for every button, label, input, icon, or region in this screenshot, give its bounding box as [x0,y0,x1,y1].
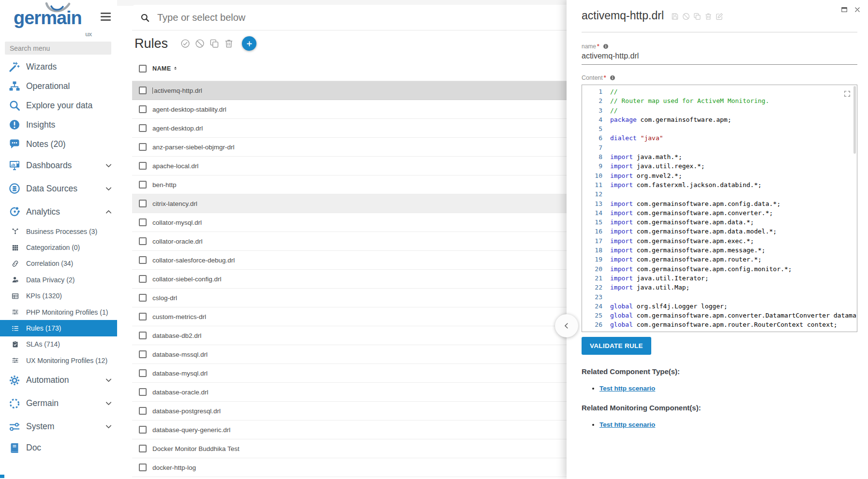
sidebar-item-kpis-1320[interactable]: KPIs (1320) [0,288,117,304]
sidebar-item-wizards[interactable]: Wizards [0,57,117,76]
row-checkbox[interactable] [139,332,147,339]
rule-name[interactable]: ben-http [152,181,177,189]
row-checkbox[interactable] [139,369,147,377]
related-link[interactable]: Test http scenario [599,421,655,428]
row-checkbox[interactable] [139,275,147,283]
row-checkbox[interactable] [139,218,147,226]
sidebar-item-operational[interactable]: Operational [0,76,117,96]
row-checkbox[interactable] [139,124,147,132]
sidebar-item-ux-monitoring-profiles-12[interactable]: UX Monitoring Profiles (12) [0,352,117,368]
delete-rule-button[interactable] [704,13,712,20]
row-checkbox[interactable] [139,350,147,358]
filter-search-input[interactable] [156,12,567,24]
column-header-name[interactable]: NAME [152,65,178,72]
rule-name[interactable]: agent-desktop-stability.drl [152,106,226,113]
validate-rule-button[interactable]: VALIDATE RULE [582,337,651,355]
sidebar-item-correlation-34[interactable]: Correlation (34) [0,256,117,272]
related-link[interactable]: Test http scenario [599,385,655,392]
rule-name[interactable]: apache-local.drl [152,162,198,170]
table-row[interactable]: apache-local.drl [132,157,567,175]
rule-content-editor[interactable]: 1//2// Router map used for ActiveM Monit… [582,85,857,332]
rule-name[interactable]: Docker Monitor Buddhika Test [152,445,239,452]
table-row[interactable]: docker-http-log [132,458,567,477]
rule-name[interactable]: collator-oracle.drl [152,238,203,245]
sidebar-item-insights[interactable]: Insights [0,115,117,134]
table-row[interactable]: anz-parser-siebel-objmgr-drl [132,138,567,157]
row-checkbox[interactable] [139,87,147,94]
sidebar-item-doc[interactable]: Doc [0,438,117,458]
table-row[interactable]: agent-desktop-stability.drl [132,100,567,119]
rule-name[interactable]: database-mysql.drl [152,370,208,377]
sidebar-item-notes-20[interactable]: Notes (20) [0,134,117,154]
row-checkbox[interactable] [139,181,147,189]
table-row[interactable]: cslog-drl [132,289,567,307]
sidebar-item-system[interactable]: System [0,415,117,438]
maximize-panel-button[interactable] [841,6,848,13]
rule-name[interactable]: database-oracle.drl [152,389,209,396]
sidebar-item-categorization-0[interactable]: Categorization (0) [0,239,117,255]
rule-name[interactable]: collator-salesforce-debug.drl [152,257,235,264]
add-rule-button[interactable] [242,36,256,51]
sidebar-item-rules-173[interactable]: Rules (173) [0,320,117,336]
table-row[interactable]: agent-desktop.drl [132,119,567,138]
row-checkbox[interactable] [139,445,147,452]
table-row[interactable]: database-postgresql.drl [132,402,567,421]
fullscreen-editor-button[interactable] [843,90,851,98]
sidebar-item-data-privacy-2[interactable]: Data Privacy (2) [0,272,117,288]
table-row[interactable]: collator-salesforce-debug.drl [132,251,567,270]
table-row[interactable]: citrix-latency.drl [132,194,567,213]
table-row[interactable]: collator-mysql.drl [132,213,567,232]
rule-name[interactable]: citrix-latency.drl [152,200,197,207]
table-row[interactable]: database-query-generic.drl [132,421,567,439]
table-row[interactable]: custom-metrics-drl [132,307,567,326]
sidebar-item-automation[interactable]: Automation [0,369,117,392]
row-checkbox[interactable] [139,237,147,245]
table-row[interactable]: collator-siebel-config.drl [132,270,567,289]
duplicate-button[interactable] [210,39,219,48]
table-row[interactable]: database-db2.drl [132,326,567,345]
name-field-input[interactable]: activemq-http.drl [582,50,857,65]
table-row[interactable]: database-mysql.drl [132,364,567,383]
table-row[interactable]: ben-http [132,175,567,194]
rule-name[interactable]: collator-mysql.drl [152,219,202,226]
sidebar-item-dashboards[interactable]: Dashboards [0,154,117,177]
rule-name[interactable]: activemq-http.drl [152,87,202,94]
rule-name[interactable]: cslog-drl [152,294,177,302]
rule-name[interactable]: database-postgresql.drl [152,407,221,415]
row-checkbox[interactable] [139,313,147,320]
table-row[interactable]: activemq-http.drl [132,81,567,100]
enable-button[interactable] [180,39,190,48]
row-checkbox[interactable] [139,388,147,396]
rule-name[interactable]: agent-desktop.drl [152,125,203,132]
rule-name[interactable]: database-db2.drl [152,332,201,339]
table-row[interactable]: collator-oracle.drl [132,232,567,251]
row-checkbox[interactable] [139,407,147,415]
table-row[interactable]: database-mssql.drl [132,345,567,364]
sidebar-item-explore-your-data[interactable]: Explore your data [0,96,117,115]
rule-name[interactable]: docker-http-log [152,464,196,471]
rule-name[interactable]: custom-metrics-drl [152,313,206,320]
save-button[interactable] [671,13,679,20]
rule-name[interactable]: database-mssql.drl [152,351,208,358]
row-checkbox[interactable] [139,105,147,113]
sidebar-item-business-processes-3[interactable]: Business Processes (3) [0,223,117,239]
sidebar-item-data-sources[interactable]: Data Sources [0,177,117,200]
disable-button[interactable] [195,39,205,48]
close-panel-button[interactable] [854,6,861,13]
sidebar-item-slas-714[interactable]: SLAs (714) [0,336,117,352]
sidebar-item-php-monitoring-profiles-1[interactable]: PHP Monitoring Profiles (1) [0,304,117,320]
delete-button[interactable] [224,39,234,48]
disable-rule-button[interactable] [682,13,690,20]
row-checkbox[interactable] [139,162,147,170]
table-row[interactable]: Docker Monitor Buddhika Test [132,439,567,458]
sidebar-search-input[interactable] [5,42,111,55]
rule-name[interactable]: database-query-generic.drl [152,426,230,434]
editor-scrollbar[interactable] [853,86,856,154]
collapse-panel-button[interactable] [555,314,578,337]
row-checkbox[interactable] [139,294,147,302]
rule-name[interactable]: collator-siebel-config.drl [152,276,222,283]
row-checkbox[interactable] [139,464,147,471]
duplicate-rule-button[interactable] [693,13,701,20]
row-checkbox[interactable] [139,426,147,434]
sidebar-item-germain[interactable]: Germain [0,392,117,415]
